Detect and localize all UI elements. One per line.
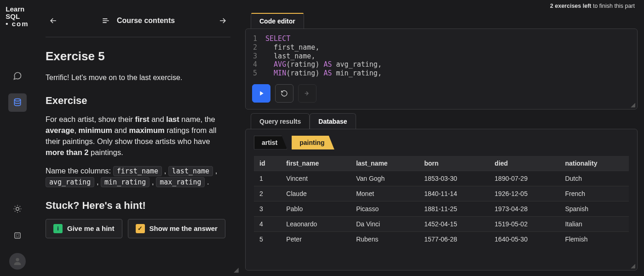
menu-icon bbox=[101, 16, 110, 25]
code-chip: first_name bbox=[113, 166, 162, 176]
breadcrumb: Course contents bbox=[46, 9, 230, 37]
logo-text: Learn bbox=[6, 6, 29, 13]
side-rail: Learn SQL • com bbox=[0, 0, 34, 276]
code-chip: last_name bbox=[168, 166, 213, 176]
logo-text: SQL bbox=[6, 13, 29, 20]
svg-point-3 bbox=[16, 258, 19, 261]
database-panel: artist painting id first_name last_name … bbox=[245, 129, 638, 270]
hint-button-label: Give me a hint bbox=[67, 224, 115, 232]
code-content[interactable]: SELECT first_name, last_name, AVG(rating… bbox=[265, 34, 382, 78]
next-button[interactable] bbox=[215, 13, 230, 29]
course-contents-label[interactable]: Course contents bbox=[117, 17, 175, 25]
col-born: born bbox=[419, 156, 489, 171]
data-table: id first_name last_name born died nation… bbox=[254, 156, 629, 247]
code-editor[interactable]: 1 2 3 4 5 SELECT first_name, last_name, … bbox=[246, 29, 637, 81]
reset-button[interactable] bbox=[275, 84, 293, 103]
logo: Learn SQL • com bbox=[2, 6, 32, 27]
col-died: died bbox=[489, 156, 559, 171]
lesson-panel: Course contents Exercise 5 Terrific! Let… bbox=[34, 0, 242, 276]
col-nat: nationality bbox=[559, 156, 629, 171]
code-chip: avg_rating bbox=[46, 177, 94, 187]
chat-icon[interactable] bbox=[8, 67, 27, 85]
hint-heading: Stuck? Here's a hint! bbox=[46, 200, 230, 212]
exercise-prompt: For each artist, show their first and la… bbox=[46, 114, 230, 158]
svg-point-1 bbox=[16, 207, 19, 211]
database-icon[interactable] bbox=[8, 93, 27, 112]
run-button[interactable] bbox=[252, 84, 270, 103]
share-button bbox=[298, 84, 316, 103]
table-tab-artist[interactable]: artist bbox=[254, 136, 287, 150]
code-editor-panel: 1 2 3 4 5 SELECT first_name, last_name, … bbox=[245, 29, 638, 109]
tab-query-results[interactable]: Query results bbox=[251, 113, 310, 129]
answer-button-label: Show me the answer bbox=[150, 224, 218, 232]
resize-handle-icon[interactable]: ◢ bbox=[234, 266, 239, 273]
line-gutter: 1 2 3 4 5 bbox=[253, 34, 265, 78]
table-row: 2ClaudeMonet1840-11-141926-12-05French bbox=[254, 186, 629, 201]
col-last: last_name bbox=[351, 156, 419, 171]
code-chip: max_rating bbox=[156, 177, 205, 187]
code-chip: min_rating bbox=[101, 177, 150, 187]
table-row: 1VincentVan Gogh1853-03-301890-07-29Dutc… bbox=[254, 171, 629, 186]
table-row: 5PeterRubens1577-06-281640-05-30Flemish bbox=[254, 231, 629, 247]
tab-code-editor[interactable]: Code editor bbox=[251, 13, 304, 29]
theme-icon[interactable] bbox=[8, 200, 27, 218]
resize-handle-icon[interactable]: ◢ bbox=[631, 262, 635, 269]
avatar[interactable] bbox=[9, 253, 26, 270]
col-id: id bbox=[254, 156, 281, 171]
fullscreen-icon[interactable] bbox=[8, 226, 27, 245]
tab-database[interactable]: Database bbox=[310, 113, 356, 129]
table-tab-painting[interactable]: painting bbox=[292, 136, 334, 150]
table-row: 4LeaonardoDa Vinci1452-04-151519-05-02It… bbox=[254, 216, 629, 231]
table-row: 3PabloPicasso1881-11-251973-04-28Spanish bbox=[254, 201, 629, 216]
svg-point-0 bbox=[14, 99, 20, 101]
logo-text: • com bbox=[6, 20, 29, 28]
svg-rect-2 bbox=[15, 233, 20, 238]
progress-notice: 2 exercises left to finish this part bbox=[245, 0, 638, 9]
column-instruction: Name the columns: first_name , last_name… bbox=[46, 166, 230, 188]
exercise-heading: Exercise 5 bbox=[46, 49, 230, 63]
prev-button[interactable] bbox=[46, 13, 61, 29]
resize-handle-icon[interactable]: ◢ bbox=[631, 101, 635, 108]
exercise-section: Exercise bbox=[46, 95, 230, 107]
exercise-intro: Terrific! Let's move on to the last exer… bbox=[46, 74, 230, 82]
check-icon: ✓ bbox=[136, 224, 145, 233]
answer-button[interactable]: ✓ Show me the answer bbox=[128, 219, 225, 238]
hint-button[interactable]: i Give me a hint bbox=[46, 219, 122, 238]
info-icon: i bbox=[53, 224, 63, 233]
col-first: first_name bbox=[281, 156, 351, 171]
